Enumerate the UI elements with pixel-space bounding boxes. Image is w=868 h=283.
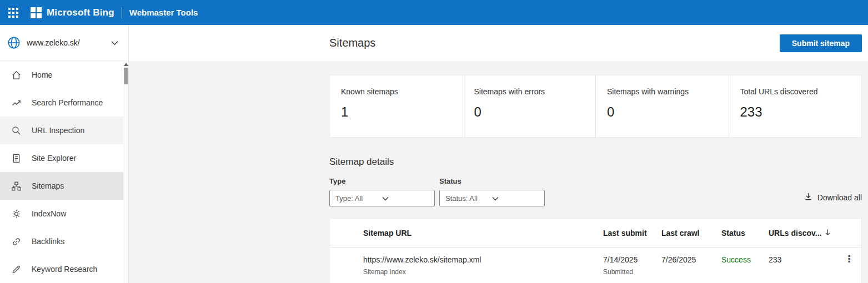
column-header-status[interactable]: Status bbox=[721, 219, 769, 247]
content-area: Known sitemaps 1 Sitemaps with errors 0 … bbox=[129, 61, 868, 283]
column-header-last-crawl[interactable]: Last crawl bbox=[661, 219, 721, 247]
status-filter-label: Status bbox=[439, 177, 545, 185]
gear-icon bbox=[11, 208, 22, 219]
site-selector[interactable]: www.zeleko.sk/ bbox=[0, 25, 128, 61]
last-submit-date: 7/14/2025 bbox=[603, 255, 661, 264]
trend-icon bbox=[11, 97, 22, 108]
stat-label: Sitemaps with errors bbox=[474, 87, 585, 96]
chevron-down-icon bbox=[492, 194, 539, 203]
chevron-down-icon bbox=[111, 38, 118, 48]
sidebar-item-indexnow[interactable]: IndexNow bbox=[0, 200, 128, 228]
stats-card: Known sitemaps 1 Sitemaps with errors 0 … bbox=[329, 75, 862, 138]
document-icon bbox=[11, 153, 22, 164]
column-header-actions bbox=[837, 219, 861, 238]
pen-icon bbox=[11, 264, 22, 275]
brand-title: Microsoft Bing bbox=[47, 7, 114, 18]
scroll-up-icon[interactable] bbox=[124, 63, 128, 66]
page-title: Sitemaps bbox=[329, 37, 375, 49]
search-icon bbox=[11, 125, 22, 136]
sidebar: www.zeleko.sk/ Home Search Performance U… bbox=[0, 25, 129, 283]
row-kebab-menu-icon[interactable]: ⋮ bbox=[837, 247, 861, 272]
stat-total-urls-discovered: Total URLs discovered 233 bbox=[729, 75, 862, 137]
sidebar-item-url-inspection[interactable]: URL Inspection bbox=[0, 117, 128, 144]
main-content: Sitemaps Submit sitemap Known sitemaps 1… bbox=[129, 25, 868, 283]
download-all-button[interactable]: Download all bbox=[804, 192, 862, 206]
filters-row: Type Type: All Status Status: All bbox=[329, 177, 862, 206]
stat-value: 233 bbox=[740, 104, 851, 120]
type-filter-value: Type: All bbox=[335, 194, 382, 203]
sort-desc-icon[interactable] bbox=[825, 229, 831, 237]
sidebar-item-home[interactable]: Home bbox=[0, 61, 128, 89]
table-row[interactable]: https://www.zeleko.sk/sitemap.xml Sitema… bbox=[330, 247, 861, 283]
status-filter-group: Status Status: All bbox=[439, 177, 545, 206]
table-header-row: Sitemap URL Last submit Last crawl Statu… bbox=[330, 219, 861, 247]
stat-label: Sitemaps with warnings bbox=[607, 87, 718, 96]
status-filter-value: Status: All bbox=[445, 194, 492, 203]
stat-value: 0 bbox=[607, 104, 718, 120]
column-header-last-submit[interactable]: Last submit bbox=[603, 219, 661, 247]
sidebar-item-backlinks[interactable]: Backlinks bbox=[0, 228, 128, 255]
stat-sitemaps-with-warnings: Sitemaps with warnings 0 bbox=[596, 75, 729, 137]
sidebar-item-label: Search Performance bbox=[32, 98, 103, 107]
sitemap-details-heading: Sitemap details bbox=[329, 156, 862, 168]
sitemaps-table: Sitemap URL Last submit Last crawl Statu… bbox=[329, 218, 862, 283]
column-header-sitemap-url[interactable]: Sitemap URL bbox=[330, 219, 603, 247]
sidebar-scrollbar[interactable] bbox=[123, 61, 128, 283]
microsoft-logo-icon bbox=[31, 7, 42, 18]
sidebar-item-search-performance[interactable]: Search Performance bbox=[0, 89, 128, 117]
cell-sitemap-url[interactable]: https://www.zeleko.sk/sitemap.xml Sitema… bbox=[330, 247, 603, 283]
status-badge: Success bbox=[721, 247, 769, 273]
sidebar-item-label: URL Inspection bbox=[32, 126, 84, 135]
product-title: Webmaster Tools bbox=[129, 8, 198, 17]
top-app-bar: Microsoft Bing Webmaster Tools bbox=[0, 0, 868, 25]
sidebar-item-label: Home bbox=[32, 70, 52, 79]
site-name: www.zeleko.sk/ bbox=[27, 38, 111, 47]
chevron-down-icon bbox=[382, 194, 429, 203]
sitemap-url[interactable]: https://www.zeleko.sk/sitemap.xml bbox=[363, 255, 603, 264]
sitemap-icon bbox=[11, 180, 22, 191]
stat-known-sitemaps: Known sitemaps 1 bbox=[330, 75, 463, 137]
home-icon bbox=[11, 69, 22, 80]
page-header: Sitemaps Submit sitemap bbox=[129, 25, 868, 61]
sidebar-item-sitemaps[interactable]: Sitemaps bbox=[0, 172, 128, 200]
cell-urls-discovered: 233 bbox=[769, 247, 837, 273]
globe-icon bbox=[7, 36, 21, 50]
link-icon bbox=[11, 236, 22, 247]
stat-label: Total URLs discovered bbox=[740, 87, 851, 96]
type-filter-label: Type bbox=[329, 177, 435, 185]
sidebar-item-label: Sitemaps bbox=[32, 181, 64, 190]
download-all-label: Download all bbox=[817, 193, 862, 202]
column-header-urls-discovered[interactable]: URLs discov... bbox=[769, 219, 837, 247]
apps-grid-icon[interactable] bbox=[8, 8, 18, 18]
cell-last-crawl: 7/26/2025 bbox=[661, 247, 721, 273]
sidebar-item-label: Site Explorer bbox=[32, 154, 76, 163]
stat-label: Known sitemaps bbox=[341, 87, 451, 96]
type-filter-group: Type Type: All bbox=[329, 177, 435, 206]
sidebar-item-label: Backlinks bbox=[32, 237, 64, 246]
type-filter-dropdown[interactable]: Type: All bbox=[329, 190, 435, 206]
cell-last-submit: 7/14/2025 Submitted bbox=[603, 247, 661, 283]
column-header-label: URLs discov... bbox=[769, 229, 821, 237]
last-submit-status: Submitted bbox=[603, 268, 661, 276]
sidebar-item-site-explorer[interactable]: Site Explorer bbox=[0, 144, 128, 172]
sitemap-type: Sitemap Index bbox=[363, 268, 603, 276]
download-icon bbox=[804, 192, 812, 203]
topbar-divider bbox=[122, 7, 122, 18]
sidebar-item-label: Keyword Research bbox=[32, 265, 97, 274]
scrollbar-thumb[interactable] bbox=[124, 68, 128, 84]
stat-sitemaps-with-errors: Sitemaps with errors 0 bbox=[463, 75, 596, 137]
stat-value: 0 bbox=[474, 104, 585, 120]
submit-sitemap-button[interactable]: Submit sitemap bbox=[780, 34, 862, 52]
sidebar-item-keyword-research[interactable]: Keyword Research bbox=[0, 255, 128, 283]
sidebar-item-label: IndexNow bbox=[32, 209, 66, 218]
status-filter-dropdown[interactable]: Status: All bbox=[439, 190, 545, 206]
stat-value: 1 bbox=[341, 104, 451, 120]
sidebar-nav: Home Search Performance URL Inspection S… bbox=[0, 61, 128, 283]
